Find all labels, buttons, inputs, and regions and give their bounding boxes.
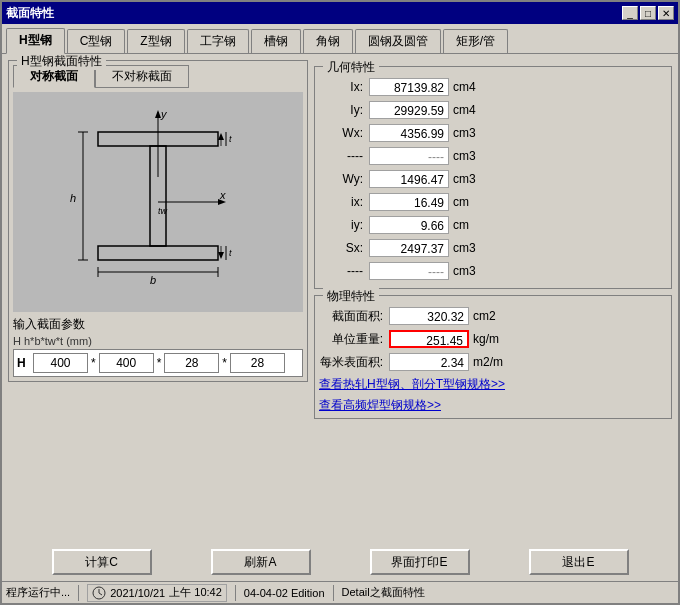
refresh-button[interactable]: 刷新A xyxy=(211,549,311,575)
param-tw-input[interactable] xyxy=(164,353,219,373)
params-label: H h*b*tw*t (mm) xyxy=(13,335,303,347)
svg-text:b: b xyxy=(150,274,156,286)
section-diagram: h b tw t t xyxy=(13,92,303,312)
prop-label-iy: Iy: xyxy=(319,103,369,117)
prop-unit-wx: cm3 xyxy=(453,126,488,140)
prop-unit-ix2: cm xyxy=(453,195,488,209)
prop-value-iy: 29929.59 xyxy=(369,101,449,119)
main-tab-bar: H型钢 C型钢 Z型钢 工字钢 槽钢 角钢 圆钢及圆管 矩形/管 xyxy=(2,24,678,54)
status-time: 上午 10:42 xyxy=(169,585,222,600)
svg-text:h: h xyxy=(70,192,76,204)
link-hot-rolled[interactable]: 查看热轧H型钢、剖分T型钢规格>> xyxy=(319,376,667,393)
prop-label-area: 截面面积: xyxy=(319,308,389,325)
calc-button[interactable]: 计算C xyxy=(52,549,152,575)
svg-text:tw: tw xyxy=(158,206,168,216)
svg-text:t: t xyxy=(229,134,232,144)
prop-value-surface: 2.34 xyxy=(389,353,469,371)
prop-unit-dash1: cm3 xyxy=(453,149,488,163)
params-inputs-container: H * * * xyxy=(13,349,303,377)
minimize-button[interactable]: _ xyxy=(622,6,638,20)
prop-label-weight: 单位重量: xyxy=(319,331,389,348)
prop-label-iy2: iy: xyxy=(319,218,369,232)
prop-value-dash2: ---- xyxy=(369,262,449,280)
prop-unit-dash2: cm3 xyxy=(453,264,488,278)
prop-unit-wy: cm3 xyxy=(453,172,488,186)
prop-label-surface: 每米表面积: xyxy=(319,354,389,371)
param-t-input[interactable] xyxy=(230,353,285,373)
status-running: 程序运行中... xyxy=(6,585,70,600)
bottom-buttons: 计算C 刷新A 界面打印E 退出E xyxy=(2,543,678,581)
tab-c-steel[interactable]: C型钢 xyxy=(67,29,126,53)
h-section-svg: h b tw t t xyxy=(58,102,258,302)
prop-value-dash1: ---- xyxy=(369,147,449,165)
param-b-input[interactable] xyxy=(99,353,154,373)
prop-value-iy2: 9.66 xyxy=(369,216,449,234)
prop-row-weight: 单位重量: 251.45 kg/m xyxy=(319,329,667,349)
exit-button[interactable]: 退出E xyxy=(529,549,629,575)
close-button[interactable]: ✕ xyxy=(658,6,674,20)
prop-value-wx: 4356.99 xyxy=(369,124,449,142)
prop-unit-sx: cm3 xyxy=(453,241,488,255)
prop-label-sx: Sx: xyxy=(319,241,369,255)
prop-unit-iy2: cm xyxy=(453,218,488,232)
params-section-title: 输入截面参数 xyxy=(13,316,303,333)
prop-value-ix2: 16.49 xyxy=(369,193,449,211)
svg-text:t: t xyxy=(229,248,232,258)
prop-row-iy: Iy: 29929.59 cm4 xyxy=(319,100,667,120)
svg-marker-24 xyxy=(218,133,224,140)
svg-text:y: y xyxy=(160,108,168,120)
tab-h-steel[interactable]: H型钢 xyxy=(6,28,65,54)
prop-row-area: 截面面积: 320.32 cm2 xyxy=(319,306,667,326)
status-module: Detail之截面特性 xyxy=(342,585,425,600)
maximize-button[interactable]: □ xyxy=(640,6,656,20)
params-section: 输入截面参数 H h*b*tw*t (mm) H * * * xyxy=(13,316,303,377)
param-h-input[interactable] xyxy=(33,353,88,373)
print-button[interactable]: 界面打印E xyxy=(370,549,470,575)
prop-value-wy: 1496.47 xyxy=(369,170,449,188)
tab-z-steel[interactable]: Z型钢 xyxy=(127,29,184,53)
prop-value-sx: 2497.37 xyxy=(369,239,449,257)
prop-label-ix2: ix: xyxy=(319,195,369,209)
prop-row-wx: Wx: 4356.99 cm3 xyxy=(319,123,667,143)
tab-i-steel[interactable]: 工字钢 xyxy=(187,29,249,53)
prop-unit-weight: kg/m xyxy=(473,332,508,346)
right-panel: 几何特性 Ix: 87139.82 cm4 Iy: 29929.59 cm4 W… xyxy=(314,60,672,537)
prop-label-wy: Wy: xyxy=(319,172,369,186)
tab-angle-steel[interactable]: 角钢 xyxy=(303,29,353,53)
prop-label-wx: Wx: xyxy=(319,126,369,140)
status-datetime: 2021/10/21 上午 10:42 xyxy=(87,584,227,602)
left-panel: H型钢截面特性 对称截面 不对称截面 xyxy=(8,60,308,537)
prop-row-dash2: ---- ---- cm3 xyxy=(319,261,667,281)
prop-row-dash1: ---- ---- cm3 xyxy=(319,146,667,166)
tab-channel-steel[interactable]: 槽钢 xyxy=(251,29,301,53)
prop-label-dash2: ---- xyxy=(319,264,369,278)
main-window: 截面特性 _ □ ✕ H型钢 C型钢 Z型钢 工字钢 槽钢 角钢 圆钢及圆管 矩… xyxy=(0,0,680,605)
section-group-title: H型钢截面特性 xyxy=(17,54,106,70)
prop-unit-iy: cm4 xyxy=(453,103,488,117)
geo-title: 几何特性 xyxy=(323,59,379,76)
main-content: H型钢截面特性 对称截面 不对称截面 xyxy=(2,54,678,543)
status-edition: 04-04-02 Edition xyxy=(244,587,325,599)
prop-label-dash1: ---- xyxy=(319,149,369,163)
tab-round-steel[interactable]: 圆钢及圆管 xyxy=(355,29,441,53)
prop-unit-ix: cm4 xyxy=(453,80,488,94)
param-h-label: H xyxy=(17,356,29,370)
status-date: 2021/10/21 xyxy=(110,587,165,599)
prop-row-ix: Ix: 87139.82 cm4 xyxy=(319,77,667,97)
geo-properties-group: 几何特性 Ix: 87139.82 cm4 Iy: 29929.59 cm4 W… xyxy=(314,66,672,289)
prop-row-wy: Wy: 1496.47 cm3 xyxy=(319,169,667,189)
phys-title: 物理特性 xyxy=(323,288,379,305)
phys-properties-group: 物理特性 截面面积: 320.32 cm2 单位重量: 251.45 kg/m … xyxy=(314,295,672,419)
prop-unit-area: cm2 xyxy=(473,309,508,323)
prop-row-iy2: iy: 9.66 cm xyxy=(319,215,667,235)
status-bar: 程序运行中... 2021/10/21 上午 10:42 04-04-02 Ed… xyxy=(2,581,678,603)
prop-value-ix: 87139.82 xyxy=(369,78,449,96)
title-bar-buttons: _ □ ✕ xyxy=(622,6,674,20)
prop-value-weight: 251.45 xyxy=(389,330,469,348)
sub-tab-asymmetric[interactable]: 不对称截面 xyxy=(95,65,189,88)
prop-row-surface: 每米表面积: 2.34 m2/m xyxy=(319,352,667,372)
tab-rect-steel[interactable]: 矩形/管 xyxy=(443,29,508,53)
prop-value-area: 320.32 xyxy=(389,307,469,325)
link-high-freq[interactable]: 查看高频焊型钢规格>> xyxy=(319,397,667,414)
clock-icon xyxy=(92,586,106,600)
